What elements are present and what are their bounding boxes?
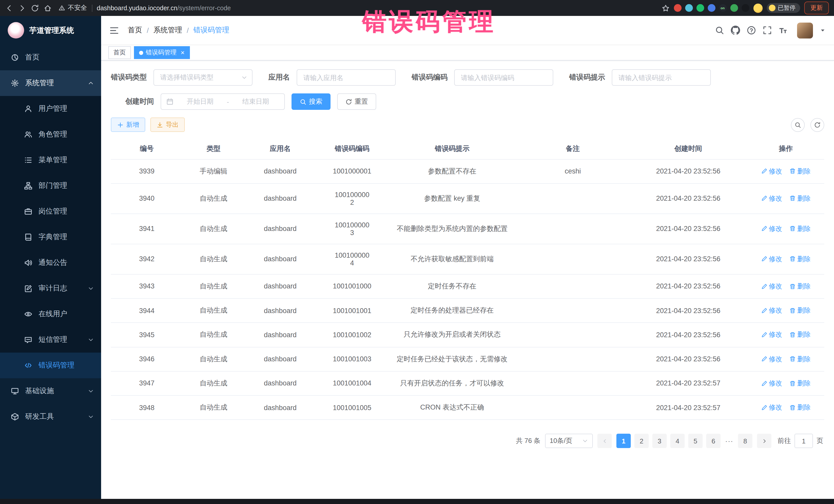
browser-reload-icon[interactable] xyxy=(31,4,39,12)
header-search-icon[interactable] xyxy=(715,26,724,35)
cell-ops: 修改删除 xyxy=(747,395,824,420)
goto-page-input[interactable] xyxy=(794,434,813,448)
sidebar-item-online-users[interactable]: 在线用户 xyxy=(0,301,101,327)
sidebar-item-sms-management[interactable]: 短信管理 xyxy=(0,327,101,353)
cell-ops: 修改删除 xyxy=(747,274,824,299)
search-button[interactable]: 搜索 xyxy=(291,93,331,110)
font-size-icon[interactable] xyxy=(778,26,788,35)
table-row: 3942自动生成dashboard100100000 4不允许获取敏感配置到前端… xyxy=(111,244,824,274)
hamburger-icon[interactable] xyxy=(109,25,119,35)
sidebar-item-error-code-management[interactable]: 错误码管理 xyxy=(0,353,101,378)
sidebar-logo[interactable]: 芋道管理系统 xyxy=(0,16,101,45)
sidebar-item-system-management[interactable]: 系统管理 xyxy=(0,70,101,96)
sidebar-item-menu-management[interactable]: 菜单管理 xyxy=(0,147,101,173)
sidebar-item-dev-tools[interactable]: 研发工具 xyxy=(0,404,101,430)
cell-id: 3940 xyxy=(111,183,183,214)
refresh-table-button[interactable] xyxy=(810,118,824,132)
sidebar-item-dict-management[interactable]: 字典管理 xyxy=(0,224,101,250)
sidebar-item-user-management[interactable]: 用户管理 xyxy=(0,96,101,122)
tab-error-code[interactable]: 错误码管理× xyxy=(134,46,190,59)
toggle-search-button[interactable] xyxy=(791,118,805,132)
edit-link[interactable]: 修改 xyxy=(761,354,782,364)
error-code-input[interactable] xyxy=(454,69,553,86)
cell-ops: 修改删除 xyxy=(747,299,824,323)
sidebar-item-notice[interactable]: 通知公告 xyxy=(0,250,101,276)
help-icon[interactable] xyxy=(747,26,756,35)
prev-page-button[interactable] xyxy=(597,434,612,448)
page-button-8[interactable]: 8 xyxy=(738,434,752,448)
error-hint-input[interactable] xyxy=(612,69,711,86)
sidebar-item-label: 菜单管理 xyxy=(39,155,94,165)
cell-app: dashboard xyxy=(244,214,316,244)
delete-link[interactable]: 删除 xyxy=(789,254,811,264)
paused-label: 已暂停 xyxy=(778,4,795,12)
export-button[interactable]: 导出 xyxy=(150,117,185,132)
sidebar-item-post-management[interactable]: 岗位管理 xyxy=(0,199,101,224)
delete-link[interactable]: 删除 xyxy=(789,330,811,339)
page-button-1[interactable]: 1 xyxy=(616,434,631,448)
delete-link[interactable]: 删除 xyxy=(789,379,811,388)
page-button-3[interactable]: 3 xyxy=(652,434,667,448)
sidebar-item-infrastructure[interactable]: 基础设施 xyxy=(0,378,101,404)
delete-link[interactable]: 删除 xyxy=(789,167,811,176)
delete-link[interactable]: 删除 xyxy=(789,403,811,412)
extension-pin-icon[interactable] xyxy=(741,4,749,12)
tab-close-icon[interactable]: × xyxy=(181,49,184,56)
page-size-select[interactable]: 10条/页 xyxy=(545,434,593,448)
next-page-button[interactable] xyxy=(757,434,771,448)
browser-back-icon[interactable] xyxy=(5,4,13,12)
extension-red-icon[interactable] xyxy=(674,4,681,12)
extension-on-icon[interactable]: on xyxy=(719,4,726,12)
edit-link[interactable]: 修改 xyxy=(761,224,782,233)
bookmark-star-icon[interactable] xyxy=(661,4,670,12)
extension-drop-icon[interactable] xyxy=(685,4,693,12)
breadcrumb-system[interactable]: 系统管理 xyxy=(153,26,182,35)
update-button[interactable]: 更新 xyxy=(804,2,829,14)
edit-link[interactable]: 修改 xyxy=(761,254,782,264)
breadcrumb-home[interactable]: 首页 xyxy=(128,26,142,35)
extension-green-v-icon[interactable] xyxy=(696,4,704,12)
pager-ellipsis[interactable]: ··· xyxy=(724,437,734,445)
address-bar[interactable]: dashboard.yudao.iocoder.cn/system/error-… xyxy=(97,4,231,12)
tab-home[interactable]: 首页 xyxy=(108,46,131,59)
sidebar-item-dept-management[interactable]: 部门管理 xyxy=(0,173,101,199)
sidebar-item-audit-log[interactable]: 审计日志 xyxy=(0,276,101,301)
cell-app: dashboard xyxy=(244,159,316,183)
app-name-input[interactable] xyxy=(297,69,396,86)
error-type-select[interactable]: 请选择错误码类型 xyxy=(153,69,253,86)
browser-forward-icon[interactable] xyxy=(18,4,26,12)
edit-link[interactable]: 修改 xyxy=(761,306,782,315)
sidebar-item-role-management[interactable]: 角色管理 xyxy=(0,122,101,147)
avatar-caret-icon[interactable] xyxy=(820,27,826,34)
edit-link[interactable]: 修改 xyxy=(761,282,782,291)
page-button-2[interactable]: 2 xyxy=(634,434,649,448)
edit-link[interactable]: 修改 xyxy=(761,330,782,339)
fullscreen-icon[interactable] xyxy=(763,26,772,35)
page-button-5[interactable]: 5 xyxy=(688,434,703,448)
user-avatar[interactable] xyxy=(797,22,813,38)
security-chip[interactable]: 不安全 xyxy=(59,4,87,12)
browser-profile-avatar[interactable] xyxy=(753,3,762,13)
sidebar-item-home[interactable]: 首页 xyxy=(0,45,101,70)
extension-leaf-icon[interactable] xyxy=(730,4,738,12)
page-button-4[interactable]: 4 xyxy=(670,434,685,448)
delete-link[interactable]: 删除 xyxy=(789,282,811,291)
date-range-picker[interactable]: 开始日期 - 结束日期 xyxy=(161,93,285,110)
edit-link[interactable]: 修改 xyxy=(761,194,782,203)
edit-link[interactable]: 修改 xyxy=(761,167,782,176)
browser-home-icon[interactable] xyxy=(44,4,52,12)
edit-link[interactable]: 修改 xyxy=(761,379,782,388)
delete-link[interactable]: 删除 xyxy=(789,224,811,233)
paused-badge[interactable]: 已暂停 xyxy=(767,3,800,13)
cell-hint: 参数配置不存在 xyxy=(388,159,516,183)
url-host: dashboard.yudao.iocoder.cn xyxy=(97,4,177,12)
add-button[interactable]: 新增 xyxy=(111,117,145,132)
delete-link[interactable]: 删除 xyxy=(789,306,811,315)
github-icon[interactable] xyxy=(731,26,740,35)
delete-link[interactable]: 删除 xyxy=(789,354,811,364)
extension-grid-icon[interactable] xyxy=(707,4,715,12)
edit-link[interactable]: 修改 xyxy=(761,403,782,412)
page-button-6[interactable]: 6 xyxy=(706,434,721,448)
delete-link[interactable]: 删除 xyxy=(789,194,811,203)
reset-button[interactable]: 重置 xyxy=(337,93,376,110)
